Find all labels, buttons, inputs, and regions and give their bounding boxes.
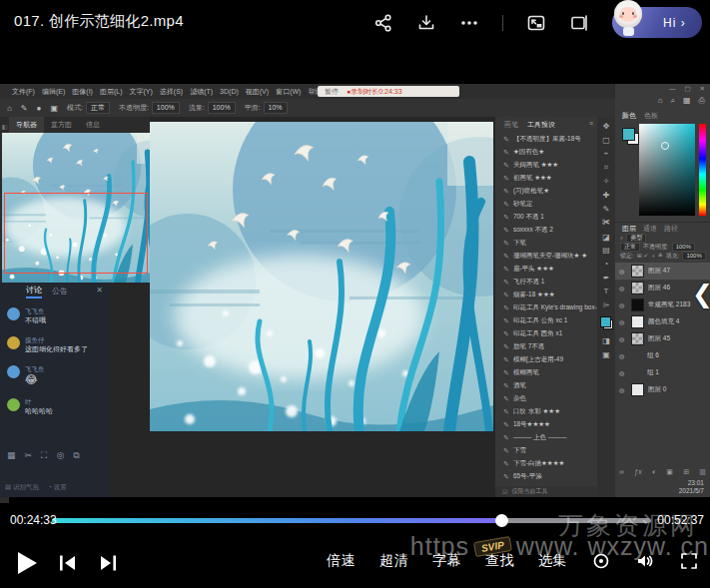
taskbar-clock: 23:01 2021/5/7 bbox=[679, 479, 704, 495]
channels-tab: 通道 bbox=[643, 224, 657, 234]
mode-value: 正常 bbox=[86, 102, 110, 114]
preset-name: 模糊[上古老用-49 bbox=[513, 355, 563, 364]
layers-bottom-icon: ◐ bbox=[652, 468, 656, 476]
preset-row: ✎ 烟雾-18 ★★★ bbox=[495, 289, 597, 301]
navigator-tab: 导航器 bbox=[9, 117, 44, 133]
progress-handle[interactable] bbox=[495, 514, 508, 527]
quality-button[interactable]: 超清 bbox=[379, 552, 408, 570]
layers-tab: 图层 bbox=[622, 224, 636, 234]
recorder-pill: 暂停 ●录制时长0:24:33 bbox=[318, 86, 459, 97]
user-avatar[interactable]: Hi › bbox=[612, 7, 702, 38]
playback-speed-button[interactable]: 倍速 bbox=[327, 552, 355, 570]
chat-text: 哈哈哈哈 bbox=[25, 406, 53, 415]
layers-bottom-bar: ∞ƒx◐▣⊞▥ bbox=[619, 468, 706, 476]
presets-tab-toolpresets: 工具预设 bbox=[527, 120, 555, 130]
topbar-actions: Hi › bbox=[373, 0, 702, 45]
layer-filter-icon: ⌕ bbox=[620, 235, 623, 242]
more-icon[interactable] bbox=[459, 13, 479, 33]
layer-thumbnail bbox=[631, 366, 643, 379]
brush-preset-icon: ✎ bbox=[503, 175, 509, 183]
preset-name: 夹阔画笔 ★★★ bbox=[513, 161, 558, 170]
color-fg-bg-swatch bbox=[622, 128, 639, 145]
chat-username: 叶 bbox=[25, 397, 53, 406]
previous-episode-button[interactable] bbox=[58, 553, 78, 573]
preset-name: 下雪 bbox=[513, 446, 526, 455]
share-icon[interactable] bbox=[373, 13, 393, 33]
blend-mode-value: 正常 bbox=[620, 243, 640, 252]
preset-name: 【不透明度】果酱-18号 bbox=[513, 135, 581, 144]
chat-message: 摸鱼仔 这图细化得好看多了 bbox=[7, 335, 107, 353]
preset-name: 砂笔定 bbox=[513, 200, 533, 209]
mode-label: 模式: bbox=[67, 103, 83, 113]
tool-icon: ▣ bbox=[602, 350, 610, 359]
preset-row: ✎ 酒笔 bbox=[495, 379, 597, 392]
chat-message: 飞飞鱼 不错哦 bbox=[7, 306, 107, 324]
layer-thumbnail bbox=[631, 332, 644, 345]
layer-opacity-value: 100% bbox=[672, 243, 695, 252]
chat-avatar bbox=[7, 336, 20, 349]
chat-tool-icon: ⧉ bbox=[73, 450, 79, 461]
brush-preset-icon: ✎ bbox=[503, 369, 509, 377]
current-time: 00:24:33 bbox=[10, 513, 57, 527]
download-icon[interactable] bbox=[416, 13, 436, 33]
layer-visibility-icon: ◎ bbox=[619, 285, 627, 292]
video-surface[interactable]: 文件(F)编辑(E)图像(I)图层(L)文字(Y)选择(S)滤镜(T)3D(D)… bbox=[0, 84, 710, 497]
layer-name: 图层 0 bbox=[648, 385, 666, 394]
next-episode-button[interactable] bbox=[98, 553, 118, 573]
smooth-value: 10% bbox=[264, 102, 288, 114]
preset-name: 700 不透 1 bbox=[513, 213, 544, 222]
navigator-tabs: 导航器直方图信息 bbox=[9, 117, 150, 133]
folder-icon: ▣ bbox=[50, 104, 58, 113]
brush-preset-icon: ✎ bbox=[503, 447, 509, 455]
brush-preset-icon: ✎ bbox=[503, 408, 509, 416]
brush-preset-icon: ✎ bbox=[503, 149, 509, 157]
opacity-value: 100% bbox=[152, 102, 180, 114]
brush-preset-icon: ✎ bbox=[503, 356, 509, 364]
preset-row: ✎ 扁-平头 ★★★ bbox=[495, 263, 597, 276]
chat-avatar bbox=[7, 307, 20, 320]
brush-preset-icon: ✎ bbox=[503, 136, 509, 144]
preset-name: 印花工具 Kyle's drawing box- dia bbox=[513, 303, 597, 312]
brush-preset-icon: ✎ bbox=[503, 240, 509, 248]
layer-thumbnail bbox=[631, 383, 644, 396]
preset-row: ✎ ──── 上色 ──── bbox=[495, 431, 597, 444]
brush-preset-icon: ✎ bbox=[503, 279, 509, 287]
ps-menu-item: 滤镜(T) bbox=[190, 87, 213, 97]
watermark-url: https SVIP www. wxzyw. cn bbox=[410, 532, 709, 561]
fill-value: 100% bbox=[682, 252, 705, 261]
preset-row: ✎ 砂笔定 bbox=[495, 198, 597, 211]
layer-name: 常规画笔 2183 bbox=[648, 300, 690, 309]
color-tab: 颜色 bbox=[622, 111, 636, 121]
layer-visibility-icon: ◎ bbox=[619, 335, 627, 342]
layer-thumbnail bbox=[631, 282, 644, 294]
progress-fill bbox=[52, 518, 501, 523]
screenshot-icon[interactable] bbox=[526, 13, 546, 33]
layer-row: ◎ ∞ 组 6 bbox=[615, 347, 710, 364]
preset-row: ✎ 65号-平涂 bbox=[495, 470, 597, 483]
brush-preset-icon: ✎ bbox=[503, 421, 509, 429]
layer-name: 图层 46 bbox=[648, 284, 670, 293]
ps-menu-item: 3D(D) bbox=[220, 88, 239, 95]
foreground-background-swatches bbox=[600, 316, 613, 329]
preset-name: 模糊画笔 bbox=[513, 368, 539, 377]
layer-name: 颜色填充 4 bbox=[648, 317, 679, 326]
layer-visibility-icon: ◎ bbox=[619, 301, 627, 308]
navigator-tab: 信息 bbox=[79, 117, 107, 133]
presets-tab-brush: 画笔 bbox=[504, 120, 518, 130]
collapse-panel-chevron[interactable]: ❮ bbox=[692, 280, 710, 308]
chat-tab-announcement: 公告 bbox=[52, 286, 68, 296]
preset-name: 65号-平涂 bbox=[513, 472, 542, 481]
preset-row: ✎ 模糊[上古老用-49 bbox=[495, 353, 597, 366]
cast-icon[interactable] bbox=[569, 13, 589, 33]
chat-tool-icon: ✂ bbox=[25, 450, 33, 461]
ps-menu-item: 视图(V) bbox=[246, 87, 269, 97]
preset-row: ✎ soxxxx 不透 2 bbox=[495, 224, 597, 237]
watermark-url-suffix: www. wxzyw. cn bbox=[516, 532, 709, 561]
play-button[interactable] bbox=[18, 552, 37, 574]
layer-row: ◎ ∞ 图层 47 bbox=[615, 263, 710, 280]
preset-row: ✎ 初画笔 ★★★ bbox=[495, 172, 597, 185]
brush-preset-icon: ✎ bbox=[503, 395, 509, 403]
chat-message-list: 飞飞鱼 不错哦 摸鱼仔 这图细化得好看多了 bbox=[7, 306, 107, 415]
brush-preset-icon: ✎ bbox=[503, 434, 509, 442]
video-title: 017. 创作示范细化2.mp4 bbox=[14, 12, 184, 31]
